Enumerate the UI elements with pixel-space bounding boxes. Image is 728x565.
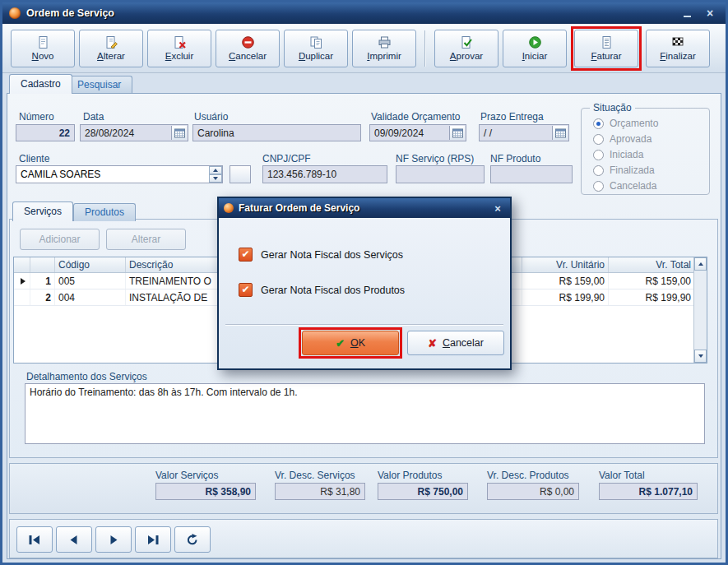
checkbox-gerar-nf-servicos[interactable]: ✔ Gerar Nota Fiscal dos Serviços bbox=[239, 248, 403, 262]
cancel-circle-icon bbox=[241, 35, 255, 49]
next-record-icon bbox=[107, 535, 120, 545]
title-bar: Ordem de Serviço × bbox=[2, 2, 726, 24]
detalhamento-label: Detalhamento dos Serviços bbox=[26, 371, 147, 382]
data-label: Data bbox=[83, 111, 104, 123]
edit-pencil-icon bbox=[104, 35, 118, 49]
dialog-title: Faturar Ordem de Serviço bbox=[239, 202, 359, 214]
dialog-close-button[interactable]: × bbox=[490, 202, 505, 215]
ok-button[interactable]: ✔ OK bbox=[302, 331, 399, 355]
prazo-entrega-field[interactable]: / / bbox=[479, 124, 569, 141]
usuario-field[interactable]: Carolina bbox=[192, 124, 361, 141]
valor-servicos-label: Valor Serviços bbox=[155, 470, 218, 481]
numero-label: Número bbox=[19, 111, 54, 123]
tab-servicos[interactable]: Serviços bbox=[12, 201, 73, 221]
adicionar-button[interactable]: Adicionar bbox=[20, 229, 100, 250]
nf-produto-label: NF Produto bbox=[490, 153, 540, 164]
refresh-button[interactable] bbox=[174, 526, 211, 553]
data-field[interactable]: 28/08/2024 bbox=[80, 124, 188, 141]
valor-total-value: R$ 1.077,10 bbox=[599, 483, 698, 500]
grid-header-vr-unitario[interactable]: Vr. Unitário bbox=[522, 257, 609, 272]
radio-icon bbox=[593, 181, 604, 192]
minimize-icon bbox=[684, 16, 691, 17]
minimize-button[interactable] bbox=[678, 6, 696, 21]
grid-vertical-scrollbar[interactable] bbox=[693, 257, 707, 363]
radio-aprovada[interactable]: Aprovada bbox=[593, 132, 709, 146]
faturar-button[interactable]: Faturar bbox=[574, 30, 638, 67]
spin-up-button[interactable] bbox=[209, 166, 222, 174]
data-value: 28/08/2024 bbox=[85, 127, 134, 139]
prior-record-button[interactable] bbox=[56, 526, 92, 553]
radio-icon bbox=[593, 150, 604, 160]
data-calendar-button[interactable] bbox=[171, 126, 187, 140]
radio-orcamento[interactable]: Orçamento bbox=[593, 117, 709, 130]
valor-produtos-value: R$ 750,00 bbox=[378, 483, 468, 500]
nf-produto-field[interactable] bbox=[490, 165, 573, 183]
cancelar-button[interactable]: Cancelar bbox=[216, 30, 280, 67]
prior-record-icon bbox=[67, 535, 81, 545]
imprimir-button[interactable]: Imprimir bbox=[352, 30, 416, 67]
scroll-down-button[interactable] bbox=[694, 350, 707, 363]
scroll-up-button[interactable] bbox=[694, 257, 707, 271]
last-record-button[interactable] bbox=[135, 526, 171, 553]
cell-vr-unitario: R$ 199,90 bbox=[522, 289, 609, 305]
last-record-icon bbox=[146, 535, 160, 545]
alterar-item-button[interactable]: Alterar bbox=[106, 229, 186, 250]
cnpj-cpf-label: CNPJ/CPF bbox=[262, 153, 311, 164]
dialog-app-icon bbox=[224, 203, 234, 213]
validade-orcamento-field[interactable]: 09/09/2024 bbox=[369, 124, 466, 141]
grid-header-rownum[interactable] bbox=[30, 257, 55, 272]
checkbox-checked-icon: ✔ bbox=[239, 283, 253, 297]
radio-selected-icon bbox=[593, 118, 604, 129]
duplicar-button[interactable]: Duplicar bbox=[284, 30, 348, 67]
spin-down-button[interactable] bbox=[209, 174, 222, 183]
next-record-button[interactable] bbox=[95, 526, 132, 553]
close-button[interactable]: × bbox=[701, 6, 719, 21]
valor-produtos-label: Valor Produtos bbox=[378, 470, 443, 481]
faturar-dialog: Faturar Ordem de Serviço × ✔ Gerar Nota … bbox=[217, 197, 512, 370]
calendar-icon bbox=[174, 128, 185, 138]
validade-calendar-button[interactable] bbox=[449, 126, 465, 140]
invoice-document-icon bbox=[600, 35, 614, 49]
red-x-icon: ✘ bbox=[428, 337, 437, 350]
nf-servico-field[interactable] bbox=[396, 165, 485, 183]
record-navigator bbox=[9, 519, 718, 558]
window-controls: × bbox=[678, 6, 719, 21]
app-icon bbox=[9, 7, 21, 19]
radio-iniciada[interactable]: Iniciada bbox=[593, 148, 709, 161]
usuario-label: Usuário bbox=[194, 111, 228, 123]
grid-header-indicator bbox=[14, 257, 30, 272]
excluir-button[interactable]: Excluir bbox=[147, 30, 211, 67]
cnpj-cpf-field[interactable]: 123.456.789-10 bbox=[262, 165, 387, 183]
chevron-down-icon bbox=[698, 354, 703, 358]
cliente-lookup-button[interactable] bbox=[230, 165, 251, 183]
cell-rownum: 1 bbox=[30, 273, 55, 289]
alterar-button[interactable]: Alterar bbox=[79, 30, 143, 67]
ok-highlight-annotation: ✔ OK bbox=[299, 327, 402, 359]
tab-cadastro[interactable]: Cadastro bbox=[9, 74, 72, 94]
cancel-button[interactable]: ✘ Cancelar bbox=[407, 331, 504, 355]
finalizar-button[interactable]: Finalizar bbox=[646, 30, 710, 67]
radio-icon bbox=[593, 134, 604, 145]
grid-header-vr-total[interactable]: Vr. Total bbox=[609, 257, 695, 272]
toolbar: Novo Alterar Excluir Cancelar Duplicar I… bbox=[2, 24, 726, 73]
tab-produtos[interactable]: Produtos bbox=[73, 203, 136, 221]
cliente-combo[interactable]: CAMILA SOARES bbox=[16, 165, 223, 183]
iniciar-button[interactable]: Iniciar bbox=[503, 30, 567, 67]
nf-servico-label: NF Serviço (RPS) bbox=[396, 153, 474, 164]
radio-finalizada[interactable]: Finalizada bbox=[593, 164, 709, 177]
grid-header-codigo[interactable]: Código bbox=[55, 257, 126, 272]
tab-pesquisar[interactable]: Pesquisar bbox=[66, 76, 132, 94]
items-tabstrip: Serviços Produtos bbox=[12, 201, 136, 221]
numero-field[interactable]: 22 bbox=[16, 124, 75, 141]
detalhamento-textarea[interactable]: Horário do Treinamento: das 8h às 17h. C… bbox=[25, 383, 705, 444]
radio-cancelada[interactable]: Cancelada bbox=[593, 179, 709, 192]
new-document-icon bbox=[36, 35, 50, 49]
prazo-calendar-button[interactable] bbox=[552, 126, 568, 140]
aprovar-button[interactable]: Aprovar bbox=[434, 30, 498, 67]
situacao-label: Situação bbox=[590, 102, 635, 113]
novo-button[interactable]: Novo bbox=[11, 30, 75, 67]
first-record-button[interactable] bbox=[16, 526, 53, 553]
vr-desc-produtos-label: Vr. Desc. Produtos bbox=[487, 470, 569, 481]
checkbox-gerar-nf-produtos[interactable]: ✔ Gerar Nota Fiscal dos Produtos bbox=[239, 283, 405, 297]
row-indicator-cell bbox=[14, 289, 30, 305]
